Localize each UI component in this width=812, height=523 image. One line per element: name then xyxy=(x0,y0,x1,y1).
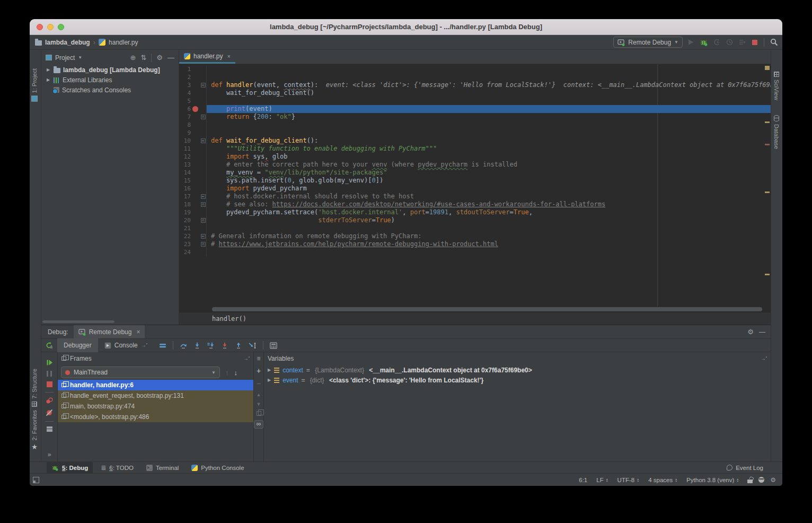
toolwindow-button-6-todo[interactable]: ≣6: TODO xyxy=(96,462,138,474)
gutter-breakpoint-area[interactable] xyxy=(191,137,200,145)
variable-row-context[interactable]: ▶context= {LambdaContext} <__main__.Lamb… xyxy=(264,365,771,375)
code-line-22[interactable]: 22−# General information on remote debug… xyxy=(179,232,771,240)
line-number[interactable]: 5 xyxy=(179,97,191,105)
line-number[interactable]: 10 xyxy=(179,137,191,145)
gutter-breakpoint-area[interactable] xyxy=(191,177,200,185)
stop-icon[interactable] xyxy=(752,39,758,46)
hide-toolwindow-icon[interactable]: — xyxy=(759,328,765,336)
code-line-14[interactable]: 14 my_venv = "venv/lib/python*/site-pack… xyxy=(179,169,771,177)
line-number[interactable]: 22 xyxy=(179,232,191,240)
run-with-coverage-icon[interactable] xyxy=(739,39,746,46)
code-line-1[interactable]: 1 xyxy=(179,65,771,73)
status-python-3-8-venv-[interactable]: Python 3.8 (venv)▲▼ xyxy=(686,477,739,483)
line-number[interactable]: 8 xyxy=(179,121,191,129)
gutter-fold-area[interactable]: ˄ xyxy=(200,216,207,224)
line-number[interactable]: 19 xyxy=(179,208,191,216)
line-number[interactable]: 13 xyxy=(179,161,191,169)
line-number[interactable]: 23 xyxy=(179,240,191,248)
next-frame-icon[interactable]: ↓ xyxy=(234,369,238,377)
gutter-fold-area[interactable] xyxy=(200,73,207,81)
toolwindow-toggle-icon[interactable] xyxy=(33,477,39,483)
breadcrumb-file[interactable]: handler.py xyxy=(109,39,138,46)
concurrency-diagram-icon[interactable] xyxy=(726,39,733,46)
warning-stripe-mark[interactable] xyxy=(765,144,770,145)
line-number[interactable]: 4 xyxy=(179,89,191,97)
gutter-fold-area[interactable] xyxy=(200,161,207,169)
status-lf[interactable]: LF▲▼ xyxy=(596,477,608,483)
collapse-all-icon[interactable]: ⇅ xyxy=(140,54,146,62)
gutter-fold-area[interactable] xyxy=(200,224,207,232)
line-number[interactable]: 16 xyxy=(179,185,191,193)
fold-marker-icon[interactable]: − xyxy=(201,83,206,88)
step-over-icon[interactable] xyxy=(180,342,187,349)
editor-hscrollbar[interactable] xyxy=(179,307,771,312)
code-line-18[interactable]: 18˄ # see also: https://docs.docker.com/… xyxy=(179,201,771,208)
line-number[interactable]: 18 xyxy=(179,201,191,208)
breadcrumb-project[interactable]: lambda_debug xyxy=(45,39,90,46)
expand-arrow-icon[interactable]: ▶ xyxy=(46,67,51,72)
hide-icon[interactable]: — xyxy=(167,54,174,62)
sidebar-item-sciview[interactable]: SciView xyxy=(773,72,780,100)
gutter-breakpoint-area[interactable] xyxy=(191,65,200,73)
frame-row-2[interactable]: handle_event_request, bootstrap.py:131 xyxy=(58,390,253,401)
gutter-breakpoint-area[interactable] xyxy=(191,105,200,113)
stop-debug-icon[interactable] xyxy=(47,381,52,387)
sidebar-item-project[interactable]: 1: Project xyxy=(31,68,38,101)
code-line-7[interactable]: 7˄ return {200: "ok"} xyxy=(179,113,771,121)
line-number[interactable]: 14 xyxy=(179,169,191,177)
line-number[interactable]: 9 xyxy=(179,129,191,137)
gutter-breakpoint-area[interactable] xyxy=(191,73,200,81)
settings-gear-icon[interactable]: ⚙ xyxy=(747,328,754,336)
gutter-fold-area[interactable]: ˄ xyxy=(200,240,207,248)
fold-marker-icon[interactable]: − xyxy=(201,234,206,239)
close-session-icon[interactable]: × xyxy=(136,328,140,336)
line-number[interactable]: 15 xyxy=(179,177,191,185)
gutter-breakpoint-area[interactable] xyxy=(191,121,200,129)
warning-stripe-mark[interactable] xyxy=(765,191,770,193)
gutter-breakpoint-area[interactable] xyxy=(191,248,200,256)
show-execution-point-icon[interactable] xyxy=(159,342,166,349)
expand-arrow-icon[interactable]: ▶ xyxy=(268,368,271,372)
line-number[interactable]: 7 xyxy=(179,113,191,121)
project-panel-title[interactable]: Project xyxy=(55,54,75,62)
frame-row-3[interactable]: main, bootstrap.py:474 xyxy=(58,401,253,412)
gutter-breakpoint-area[interactable] xyxy=(191,113,200,121)
tab-console[interactable]: Console →▪ xyxy=(98,338,154,352)
gutter-fold-area[interactable] xyxy=(200,129,207,137)
fold-marker-icon[interactable]: ˄ xyxy=(201,242,206,247)
code-line-15[interactable]: 15 sys.path.insert(0, glob.glob(my_venv)… xyxy=(179,177,771,185)
resume-icon[interactable] xyxy=(46,359,53,366)
gutter-fold-area[interactable] xyxy=(200,105,207,113)
arrow-dot-icon[interactable]: →▪ xyxy=(243,355,250,361)
chevron-down-icon[interactable]: ▼ xyxy=(78,55,82,60)
gutter-fold-area[interactable] xyxy=(200,177,207,185)
gutter-breakpoint-area[interactable] xyxy=(191,145,200,153)
gutter-breakpoint-area[interactable] xyxy=(191,232,200,240)
previous-frame-icon[interactable]: ↑ xyxy=(225,369,229,377)
sidebar-item-database[interactable]: Database xyxy=(773,115,780,149)
close-window-button[interactable] xyxy=(37,24,43,30)
gutter-fold-area[interactable] xyxy=(200,185,207,193)
gutter-fold-area[interactable] xyxy=(200,153,207,161)
run-configuration-select[interactable]: Remote Debug ▼ xyxy=(613,37,683,48)
gutter-breakpoint-area[interactable] xyxy=(191,161,200,169)
variable-row-event[interactable]: ▶event= {dict} <class 'dict'>: {'message… xyxy=(264,375,771,385)
code-line-8[interactable]: 8 xyxy=(179,121,771,129)
status-4-spaces[interactable]: 4 spaces▲▼ xyxy=(648,477,677,483)
gutter-breakpoint-area[interactable] xyxy=(191,208,200,216)
evaluate-expression-icon[interactable] xyxy=(270,342,277,349)
toolwindow-button-terminal[interactable]: >_Terminal xyxy=(142,462,183,474)
line-number[interactable]: 2 xyxy=(179,73,191,81)
gutter-fold-area[interactable] xyxy=(200,121,207,129)
arrow-dot-icon[interactable]: →▪ xyxy=(761,355,767,361)
step-into-icon[interactable] xyxy=(193,342,201,349)
frame-row-4[interactable]: <module>, bootstrap.py:486 xyxy=(58,412,253,422)
code-line-9[interactable]: 9 xyxy=(179,129,771,137)
write-lock-icon[interactable] xyxy=(747,480,753,483)
gutter-breakpoint-area[interactable] xyxy=(191,193,200,201)
status-utf-8[interactable]: UTF-8▲▼ xyxy=(617,477,640,483)
line-number[interactable]: 12 xyxy=(179,153,191,161)
gutter-fold-area[interactable] xyxy=(200,248,207,256)
code-line-16[interactable]: 16 import pydevd_pycharm xyxy=(179,185,771,193)
thread-select[interactable]: MainThread ▼ xyxy=(61,367,220,378)
